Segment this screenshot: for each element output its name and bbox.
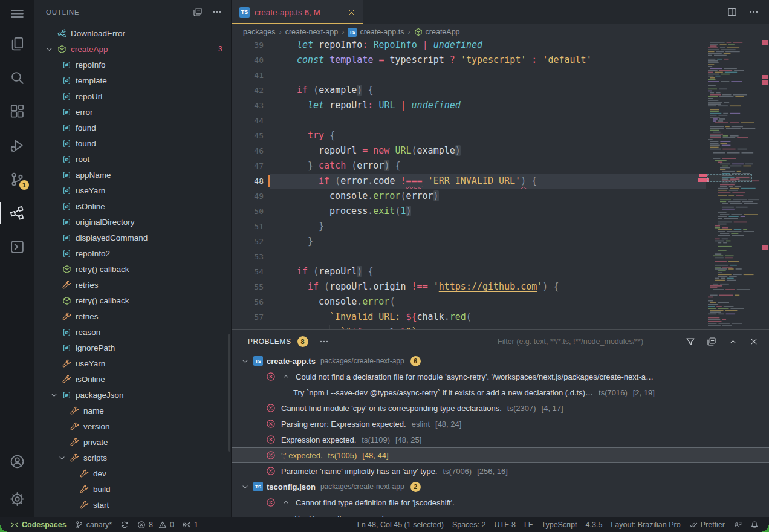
outline-item-downloaderror[interactable]: DownloadError <box>34 25 231 41</box>
activity-bar-item-account[interactable] <box>0 447 34 476</box>
outline-item-dev[interactable]: dev <box>34 465 231 481</box>
status-indentation[interactable]: Spaces: 2 <box>448 517 490 532</box>
code-line-44[interactable]: 44 <box>232 113 706 128</box>
breadcrumb-item-createapp[interactable]: createApp <box>414 28 460 36</box>
outline-item-createapp[interactable]: createApp3 <box>34 41 231 57</box>
code-line-54[interactable]: 54if (repoUrl) { <box>232 264 706 279</box>
breadcrumb-item-create-next-app[interactable]: create-next-app <box>285 28 339 36</box>
problems-file-group-tsconfig-json[interactable]: TStsconfig.jsonpackages/create-next-app2 <box>232 479 769 495</box>
status-ts-version[interactable]: 4.3.5 <box>582 517 607 532</box>
line-number[interactable]: 49 <box>232 189 264 204</box>
activity-bar-item-settings-gear[interactable] <box>0 484 34 513</box>
outline-item-version[interactable]: version <box>34 418 231 434</box>
code-line-58[interactable]: 58`"${example}"` <box>232 325 706 329</box>
line-number[interactable]: 51 <box>232 219 264 234</box>
outline-item-isonline[interactable]: isOnline <box>34 371 231 387</box>
code-line-50[interactable]: 50process.exit(1) <box>232 204 706 219</box>
code-line-42[interactable]: 42if (example) { <box>232 83 706 98</box>
line-number[interactable]: 54 <box>232 264 264 279</box>
minimap[interactable] <box>706 40 769 329</box>
problem-row-continuation[interactable]: The file is in the program because… <box>232 510 769 517</box>
problems-filter-input[interactable] <box>496 337 675 346</box>
code-line-45[interactable]: 45try { <box>232 128 706 143</box>
outline-item-found[interactable]: found <box>34 120 231 135</box>
code-line-48[interactable]: 48if (error.code !=== 'ERR_INVALID_URL')… <box>232 174 706 189</box>
activity-bar-item-extensions[interactable] <box>0 97 34 126</box>
maximize-panel-icon[interactable] <box>726 335 739 348</box>
code-line-57[interactable]: 57`Invalid URL: ${chalk.red( <box>232 310 706 325</box>
line-number[interactable]: 50 <box>232 204 264 219</box>
line-number[interactable]: 39 <box>232 40 264 53</box>
outline-item-retries[interactable]: retries <box>34 277 231 293</box>
code-area[interactable]: 39let repoInfo: RepoInfo | undefined40co… <box>232 40 706 329</box>
line-number[interactable]: 58 <box>232 325 264 329</box>
outline-item-repoinfo2[interactable]: repoInfo2 <box>34 245 231 261</box>
activity-bar-item-source-control[interactable]: 1 <box>0 164 34 193</box>
line-number[interactable]: 52 <box>232 234 264 249</box>
outline-item-isonline[interactable]: isOnline <box>34 198 231 214</box>
code-line-40[interactable]: 40const template = typescript ? 'typescr… <box>232 53 706 68</box>
code-line-49[interactable]: 49console.error(error) <box>232 189 706 204</box>
status-feedback[interactable] <box>729 517 746 532</box>
line-number[interactable]: 56 <box>232 294 264 310</box>
status-ports[interactable]: 1 <box>178 517 203 532</box>
status-cursor-position[interactable]: Ln 48, Col 45 (1 selected) <box>353 517 448 532</box>
outline-item-packagejson[interactable]: packageJson <box>34 387 231 403</box>
outline-item-useyarn[interactable]: useYarn <box>34 183 231 198</box>
line-number[interactable]: 45 <box>232 128 264 143</box>
chevron-up-icon[interactable] <box>282 498 290 507</box>
code-line-56[interactable]: 56console.error( <box>232 294 706 310</box>
outline-item-ignorepath[interactable]: ignorePath <box>34 340 231 355</box>
chevron-down-icon[interactable] <box>50 391 59 400</box>
code-line-47[interactable]: 47} catch (error) { <box>232 158 706 174</box>
activity-bar-item-search[interactable] <box>0 63 34 92</box>
outline-item-reason[interactable]: reason <box>34 324 231 340</box>
status-prettier[interactable]: Prettier <box>685 517 729 532</box>
outline-item-error[interactable]: error <box>34 104 231 120</box>
problem-row[interactable]: Parsing error: Expression expected.eslin… <box>232 416 769 432</box>
line-number[interactable]: 48 <box>232 174 264 189</box>
code-line-52[interactable]: 52} <box>232 234 706 249</box>
code-line-46[interactable]: 46repoUrl = new URL(example) <box>232 143 706 158</box>
code-editor[interactable]: 39let repoInfo: RepoInfo | undefined40co… <box>232 40 769 329</box>
status-language-mode[interactable]: TypeScript <box>537 517 581 532</box>
code-line-43[interactable]: 43let repoUrl: URL | undefined <box>232 98 706 113</box>
outline-item-retries[interactable]: retries <box>34 308 231 324</box>
outline-item-start[interactable]: start <box>34 497 231 513</box>
group-by-icon[interactable] <box>705 335 718 348</box>
status-problems-summary[interactable]: 80 <box>133 517 178 532</box>
tab-create-app-ts[interactable]: TS create-app.ts 6, M <box>232 0 363 24</box>
breadcrumb-item-packages[interactable]: packages <box>243 28 276 36</box>
chevron-down-icon[interactable] <box>45 45 54 54</box>
activity-bar-item-files[interactable] <box>0 29 34 58</box>
problem-row[interactable]: Parameter 'name' implicitly has an 'any'… <box>232 463 769 479</box>
outline-item-template[interactable]: template <box>34 73 231 88</box>
line-number[interactable]: 47 <box>232 158 264 174</box>
outline-more-actions-button[interactable] <box>210 5 224 19</box>
outline-item-scripts[interactable]: scripts <box>34 450 231 465</box>
activity-bar-item-debug[interactable] <box>0 131 34 160</box>
line-number[interactable]: 53 <box>232 249 264 264</box>
problem-row[interactable]: Could not find a declaration file for mo… <box>232 369 769 384</box>
activity-bar-item-symbol-ref[interactable] <box>0 198 34 227</box>
activity-bar-item-terminal-box[interactable] <box>0 232 34 261</box>
minimap-canvas[interactable] <box>706 40 759 329</box>
chevron-down-icon[interactable] <box>241 357 250 366</box>
chevron-down-icon[interactable] <box>241 482 250 491</box>
problems-file-group-create-app-ts[interactable]: TScreate-app.tspackages/create-next-app6 <box>232 353 769 369</box>
problem-row[interactable]: Cannot find module 'cpy' or its correspo… <box>232 400 769 416</box>
code-line-39[interactable]: 39let repoInfo: RepoInfo | undefined <box>232 40 706 53</box>
problem-row-continuation[interactable]: Try `npm i --save-dev @types/async-retry… <box>232 384 769 400</box>
outline-item-build[interactable]: build <box>34 481 231 497</box>
tab-close-icon[interactable] <box>346 7 357 18</box>
line-number[interactable]: 46 <box>232 143 264 158</box>
outline-item-found[interactable]: found <box>34 135 231 151</box>
close-panel-icon[interactable] <box>747 335 761 348</box>
line-number[interactable]: 43 <box>232 98 264 113</box>
collapse-all-button[interactable] <box>191 5 204 19</box>
filter-icon[interactable] <box>684 335 697 348</box>
outline-scrollbar[interactable] <box>228 334 230 452</box>
outline-item-private[interactable]: private <box>34 434 231 450</box>
problem-row[interactable]: Expression expected.ts(1109)[48, 25] <box>232 432 769 447</box>
breadcrumb-item-create-app-ts[interactable]: TScreate-app.ts <box>348 28 404 37</box>
